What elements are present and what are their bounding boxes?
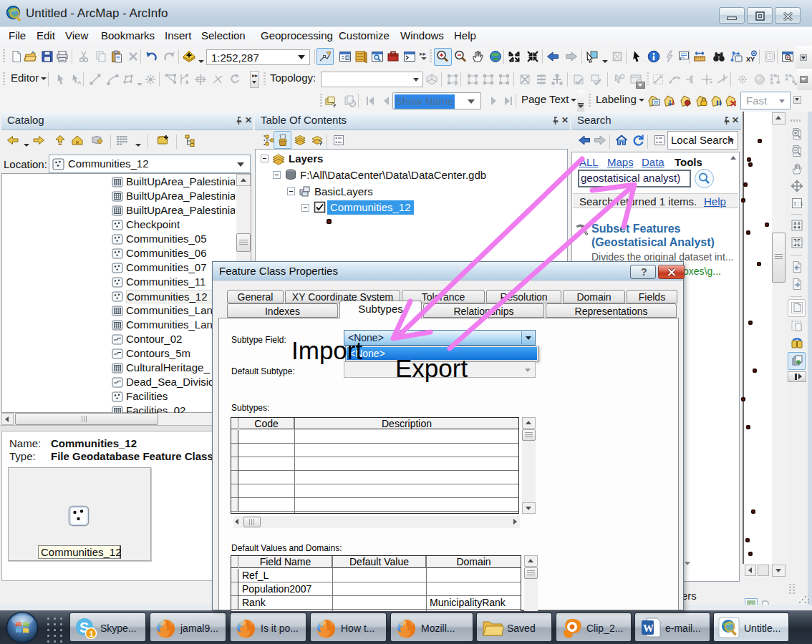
svg-text:A: A xyxy=(77,79,82,86)
svg-text:XY: XY xyxy=(746,56,755,63)
svg-text:W: W xyxy=(643,623,654,634)
svg-text:1: 1 xyxy=(90,630,94,638)
svg-text:1:1: 1:1 xyxy=(793,200,804,207)
